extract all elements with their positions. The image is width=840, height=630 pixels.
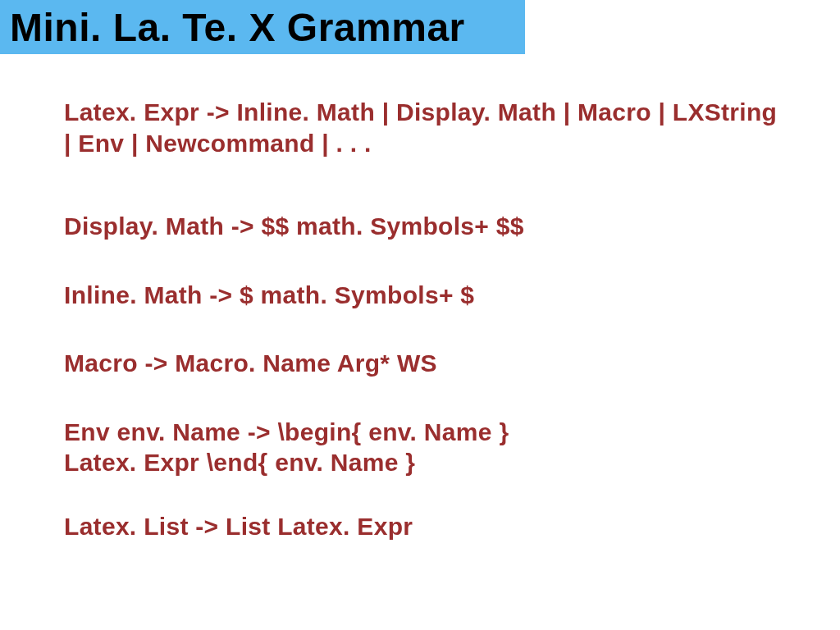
content-area: Latex. Expr -> Inline. Math | Display. M… bbox=[0, 54, 840, 541]
grammar-rule: Latex. Expr -> Inline. Math | Display. M… bbox=[64, 97, 783, 158]
title-bar: Mini. La. Te. X Grammar bbox=[0, 0, 525, 54]
slide-title: Mini. La. Te. X Grammar bbox=[10, 5, 465, 50]
slide: Mini. La. Te. X Grammar Latex. Expr -> I… bbox=[0, 0, 840, 630]
grammar-rule: Macro -> Macro. Name Arg* WS bbox=[64, 348, 783, 379]
grammar-rule: Env env. Name -> \begin{ env. Name } Lat… bbox=[64, 417, 783, 478]
grammar-rule: Inline. Math -> $ math. Symbols+ $ bbox=[64, 280, 783, 311]
grammar-rule: Display. Math -> $$ math. Symbols+ $$ bbox=[64, 211, 783, 242]
grammar-rule: Latex. List -> List Latex. Expr bbox=[64, 511, 783, 542]
